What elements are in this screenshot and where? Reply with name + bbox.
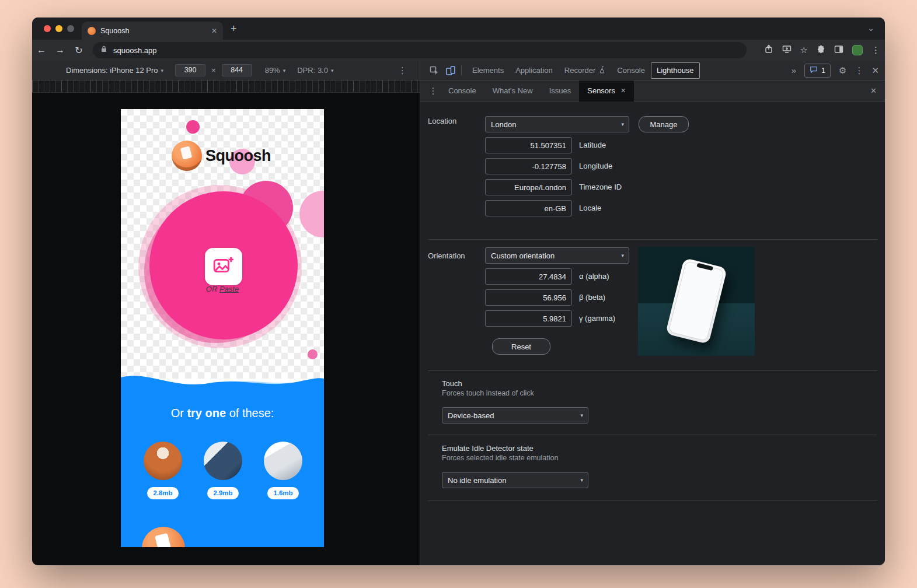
select-chevron-icon: ▾ <box>621 253 624 258</box>
touch-subtitle: Forces touch instead of click <box>442 389 534 397</box>
sample-image-phone[interactable] <box>264 442 302 480</box>
share-icon[interactable] <box>765 44 773 56</box>
install-icon[interactable] <box>782 45 792 56</box>
orientation-select[interactable]: Custom orientation ▾ <box>485 247 629 264</box>
tab-close-icon[interactable]: ✕ <box>211 27 217 35</box>
device-width-input[interactable]: 390 <box>175 64 205 76</box>
drawer-tab-sensors[interactable]: Sensors ✕ <box>579 80 634 102</box>
tab-label: Console <box>617 66 645 75</box>
device-toolbar-menu-kebab-icon[interactable]: ⋮ <box>398 65 407 76</box>
squoosh-favicon-icon <box>88 27 96 35</box>
drawer-menu-kebab-icon[interactable]: ⋮ <box>426 86 440 96</box>
device-type-chevron-icon: ▾ <box>161 68 164 74</box>
forward-icon[interactable]: → <box>51 45 69 55</box>
dpr-chevron-icon: ▾ <box>331 68 334 74</box>
timezone-input[interactable]: Europe/London <box>485 179 572 195</box>
devtools-menu-kebab-icon[interactable]: ⋮ <box>855 65 863 76</box>
dimensions-times-label: × <box>211 66 216 75</box>
experiment-flask-icon <box>598 66 605 75</box>
profile-avatar[interactable] <box>852 45 863 55</box>
tab-elements[interactable]: Elements <box>466 61 510 80</box>
or-paste-line: OR Paste <box>121 285 324 293</box>
extensions-puzzle-icon[interactable] <box>817 45 825 56</box>
location-select[interactable]: London ▾ <box>485 116 629 132</box>
select-chevron-icon: ▾ <box>580 412 583 418</box>
drawer-tab-console[interactable]: Console <box>440 80 484 102</box>
browser-tab[interactable]: Squoosh ✕ <box>82 22 223 40</box>
tab-label: Recorder <box>564 66 595 75</box>
devtools-top-actions: » 1 ⚙ ⋮ ✕ <box>792 64 879 78</box>
sample-size-badge: 2.9mb <box>207 487 239 499</box>
idle-emulation-select[interactable]: No idle emulation ▾ <box>442 472 588 488</box>
squoosh-logo-icon <box>172 141 202 171</box>
drawer-tab-whats-new[interactable]: What's New <box>484 80 541 102</box>
browser-menu-kebab-icon[interactable]: ⋮ <box>871 45 880 55</box>
tab-label: Application <box>515 66 553 75</box>
issues-counter-button[interactable]: 1 <box>804 64 831 78</box>
longitude-input[interactable]: -0.127758 <box>485 158 572 174</box>
tab-recorder[interactable]: Recorder <box>559 61 611 80</box>
drawer-tab-label: What's New <box>493 86 533 95</box>
back-icon[interactable]: ← <box>32 45 51 55</box>
address-bar[interactable]: squoosh.app <box>93 42 747 58</box>
tab-lighthouse[interactable]: Lighthouse <box>651 62 700 79</box>
settings-gear-icon[interactable]: ⚙ <box>839 65 846 76</box>
tab-search-chevron-icon[interactable]: ⌄ <box>867 23 874 33</box>
gamma-input[interactable]: 5.9821 <box>485 310 572 327</box>
dpr-select[interactable]: DPR: 3.0 <box>297 66 328 75</box>
section-divider <box>428 435 877 435</box>
new-tab-button[interactable]: + <box>231 22 237 36</box>
sample-size-badge: 2.8mb <box>147 487 179 499</box>
drawer-tab-label: Console <box>448 86 476 95</box>
try-one-heading: Or try one of these: <box>121 407 324 420</box>
zoom-select[interactable]: 89% <box>265 66 280 75</box>
latitude-input[interactable]: 51.507351 <box>485 137 572 153</box>
drawer-tab-issues[interactable]: Issues <box>541 80 580 102</box>
pink-blob <box>308 349 318 359</box>
minimize-window-button[interactable] <box>55 25 62 32</box>
drawer-tab-label: Issues <box>549 86 571 95</box>
inspect-element-icon[interactable] <box>426 66 442 75</box>
section-divider <box>428 239 877 240</box>
squoosh-logo-icon <box>142 527 185 547</box>
device-height-input[interactable]: 844 <box>222 64 252 76</box>
phone-3d-model <box>665 258 727 344</box>
tab-application[interactable]: Application <box>510 61 559 80</box>
sample-image-artist[interactable] <box>204 442 242 480</box>
devtools-close-icon[interactable]: ✕ <box>871 65 879 76</box>
side-panel-icon[interactable] <box>834 45 843 56</box>
device-toolbar-toggle-icon[interactable] <box>442 66 459 75</box>
devtools-pane: Elements Application Recorder Console Li… <box>420 61 885 565</box>
paste-link[interactable]: Paste <box>219 285 239 293</box>
device-type-select[interactable]: Dimensions: iPhone 12 Pro <box>66 66 158 75</box>
beta-input[interactable]: 56.956 <box>485 289 572 306</box>
samples-section: Or try one of these: 2.8mb 2.9mb 1.6mb <box>121 391 324 547</box>
or-label: OR <box>206 285 219 293</box>
try-suffix: of these: <box>226 407 274 419</box>
reset-button[interactable]: Reset <box>492 338 550 355</box>
issue-bubble-icon <box>810 66 818 75</box>
zoom-window-button[interactable] <box>67 25 74 32</box>
desktop-background: Squoosh ✕ + ⌄ ← → ↻ squoosh.app <box>0 0 917 588</box>
sample-image-panda[interactable] <box>144 442 182 480</box>
alpha-input[interactable]: 27.4834 <box>485 268 572 285</box>
image-add-icon <box>213 256 234 277</box>
reload-icon[interactable]: ↻ <box>69 45 88 56</box>
touch-select[interactable]: Device-based ▾ <box>442 407 588 424</box>
locale-input[interactable]: en-GB <box>485 200 572 216</box>
bookmark-star-icon[interactable]: ☆ <box>800 45 808 55</box>
drawer-close-icon[interactable]: ✕ <box>870 86 877 95</box>
location-select-value: London <box>491 120 516 129</box>
devtools-top-bar: Elements Application Recorder Console Li… <box>420 61 885 80</box>
close-window-button[interactable] <box>44 25 51 32</box>
sensors-tab-close-icon[interactable]: ✕ <box>620 87 626 94</box>
add-image-button[interactable] <box>205 248 242 285</box>
toolbar-divider <box>461 65 462 76</box>
wave-decoration <box>121 372 324 393</box>
orientation-phone-preview[interactable] <box>638 247 755 356</box>
manage-button[interactable]: Manage <box>639 116 689 132</box>
sensors-panel: Location London ▾ Manage 51.507351 Latit… <box>420 102 885 565</box>
tab-console[interactable]: Console <box>611 61 651 80</box>
more-tabs-chevron-icon[interactable]: » <box>792 65 796 75</box>
alpha-label: α (alpha) <box>579 268 609 285</box>
